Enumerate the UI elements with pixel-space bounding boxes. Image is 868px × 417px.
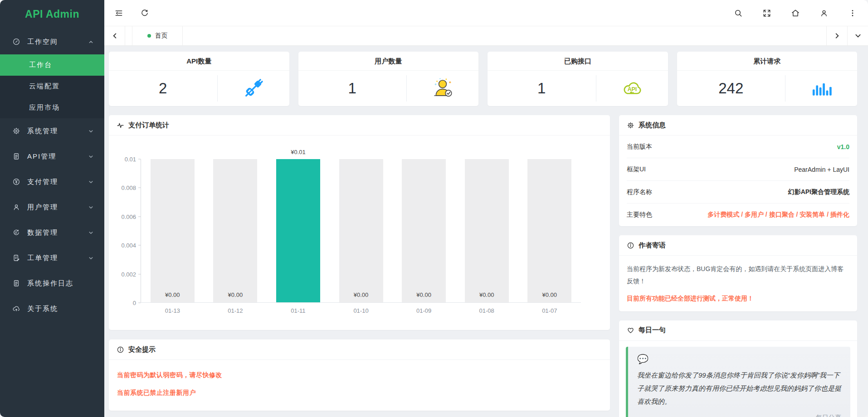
user-profile-icon[interactable] bbox=[819, 9, 829, 18]
dashboard-icon bbox=[12, 38, 20, 46]
author-note-highlight: 目前所有功能已经全部进行测试，正常使用！ bbox=[627, 295, 849, 303]
daily-quote-card: 每日一句 💬 我坐在窗边给你发了99条消息你终于肯回我了你说“发你妈啊”我一下子… bbox=[619, 320, 857, 417]
bar-background bbox=[402, 159, 446, 302]
bar-slot[interactable]: ¥0.0001-13 bbox=[141, 159, 204, 302]
chevron-down-icon bbox=[88, 230, 93, 235]
stat-card-title: 累计请求 bbox=[677, 52, 858, 71]
bar-slot[interactable]: ¥0.0001-09 bbox=[392, 159, 455, 302]
sidebar-item-api-mgmt[interactable]: API管理 bbox=[0, 144, 104, 169]
y-axis-tick: 0 bbox=[133, 300, 141, 306]
sidebar-menu: 工作空间 工作台 云端配置 应用市场 系统 bbox=[0, 28, 104, 417]
stat-card-value: 1 bbox=[488, 80, 596, 97]
tab-scroll-right-button[interactable] bbox=[826, 26, 847, 45]
tab-label: 首页 bbox=[155, 32, 168, 40]
collapse-sidebar-icon[interactable] bbox=[114, 9, 123, 18]
security-tips-card: 安全提示 当前密码为默认弱密码，请尽快修改 当前系统已禁止注册新用户 bbox=[109, 339, 610, 411]
cloud-upload-icon bbox=[12, 305, 20, 313]
y-axis-tick: 0.01 bbox=[125, 156, 141, 163]
bar-chart-icon bbox=[785, 76, 857, 101]
security-tip: 当前密码为默认弱密码，请尽快修改 bbox=[117, 371, 602, 379]
sidebar-item-workbench[interactable]: 工作台 bbox=[0, 54, 104, 76]
pulse-icon bbox=[117, 121, 124, 129]
system-info-card: 系统信息 当前版本 v1.0 框架UI PearAdmin + LayUI bbox=[619, 115, 857, 226]
page-content: API数量 2 用户数量 1 bbox=[104, 46, 868, 417]
chart-plot[interactable]: ¥0.0001-13¥0.0001-12¥0.0101-11¥0.0001-10… bbox=[141, 159, 581, 303]
x-axis-label: 01-10 bbox=[330, 307, 393, 314]
sidebar-item-data-mgmt[interactable]: 数据管理 bbox=[0, 220, 104, 245]
y-axis-tick: 0.008 bbox=[121, 184, 141, 191]
topbar bbox=[104, 0, 868, 26]
sidebar: API Admin 工作空间 工作台 云端配置 应用市场 bbox=[0, 0, 104, 417]
chevron-down-icon bbox=[88, 129, 93, 134]
stat-card-title: API数量 bbox=[109, 52, 289, 71]
user-check-icon bbox=[407, 76, 478, 101]
sidebar-item-system-mgmt[interactable]: 系统管理 bbox=[0, 118, 104, 144]
version-value: v1.0 bbox=[837, 143, 849, 150]
sidebar-item-user-mgmt[interactable]: 用户管理 bbox=[0, 194, 104, 220]
bar-slot[interactable]: ¥0.0001-08 bbox=[455, 159, 518, 302]
bar-slot[interactable]: ¥0.0101-11 bbox=[267, 159, 330, 302]
bar-slot[interactable]: ¥0.0001-10 bbox=[330, 159, 393, 302]
stat-cards-row: API数量 2 用户数量 1 bbox=[109, 52, 857, 106]
x-axis-label: 01-12 bbox=[204, 307, 267, 314]
bar-background bbox=[465, 159, 509, 302]
system-info-row: 当前版本 v1.0 bbox=[627, 136, 849, 158]
yen-circle-icon bbox=[12, 178, 20, 186]
chevron-down-icon bbox=[88, 205, 93, 210]
stat-card-api-count: API数量 2 bbox=[109, 52, 289, 106]
sidebar-item-payment-mgmt[interactable]: 支付管理 bbox=[0, 169, 104, 194]
x-axis-label: 01-11 bbox=[267, 307, 330, 314]
bar-slot[interactable]: ¥0.0001-12 bbox=[204, 159, 267, 302]
author-note-card: 作者寄语 当前程序为新发布状态，BUG肯定会有的，如遇到请在关于系统页面进入博客… bbox=[619, 235, 857, 311]
bar-data-label: ¥0.01 bbox=[267, 149, 330, 155]
speech-bubble-emoji: 💬 bbox=[637, 354, 841, 364]
sidebar-item-workspace[interactable]: 工作空间 bbox=[0, 29, 104, 54]
chart-card-title: 支付订单统计 bbox=[128, 121, 169, 130]
more-menu-icon[interactable] bbox=[848, 9, 857, 18]
bar-data-label: ¥0.00 bbox=[392, 291, 455, 298]
tab-scroll-left-button[interactable] bbox=[104, 26, 125, 45]
program-name-value: 幻影API聚合管理系统 bbox=[788, 188, 849, 196]
chevron-up-icon bbox=[88, 39, 93, 44]
tab-active-dot bbox=[147, 34, 151, 38]
main-area: 首页 API数量 2 bbox=[104, 0, 868, 417]
gear-icon bbox=[12, 127, 20, 135]
refresh-icon[interactable] bbox=[140, 9, 149, 18]
home-icon[interactable] bbox=[791, 9, 800, 18]
tab-home[interactable]: 首页 bbox=[132, 26, 183, 45]
tab-more-dropdown-button[interactable] bbox=[847, 26, 868, 45]
sidebar-item-worksheet-mgmt[interactable]: 工单管理 bbox=[0, 245, 104, 271]
sidebar-item-label: 数据管理 bbox=[27, 228, 88, 237]
stat-card-value: 2 bbox=[109, 80, 217, 97]
stat-card-title: 已购接口 bbox=[488, 52, 668, 71]
tabbar: 首页 bbox=[104, 26, 868, 46]
workspace-submenu: 工作台 云端配置 应用市场 bbox=[0, 54, 104, 118]
sidebar-item-label: 工单管理 bbox=[27, 254, 88, 262]
plug-icon bbox=[218, 76, 289, 101]
data-refresh-icon bbox=[12, 228, 20, 237]
cloud-api-icon: API bbox=[596, 76, 668, 101]
bar-data-label: ¥0.00 bbox=[204, 291, 267, 298]
framework-value: PearAdmin + LayUI bbox=[794, 166, 849, 173]
quote-text: 我坐在窗边给你发了99条消息你终于肯回我了你说“发你妈啊”我一下子就哭了原来努力… bbox=[637, 369, 841, 408]
features-value: 多计费模式 / 多用户 / 接口聚合 / 安装简单 / 插件化 bbox=[707, 211, 849, 219]
sidebar-item-label: 用户管理 bbox=[27, 203, 88, 212]
quote-source: — 每日分享 bbox=[637, 414, 841, 417]
fullscreen-icon[interactable] bbox=[762, 9, 771, 18]
sidebar-item-operation-log[interactable]: 系统操作日志 bbox=[0, 271, 104, 296]
search-icon[interactable] bbox=[734, 9, 743, 18]
bar-data-label: ¥0.00 bbox=[330, 291, 393, 298]
y-axis-tick: 0.006 bbox=[121, 213, 141, 220]
sidebar-item-about-system[interactable]: 关于系统 bbox=[0, 296, 104, 321]
stat-card-user-count: 用户数量 1 bbox=[298, 52, 479, 106]
payment-orders-chart[interactable]: 00.0020.0040.0060.0080.01 ¥0.0001-13¥0.0… bbox=[109, 136, 610, 330]
user-icon bbox=[12, 203, 20, 211]
bar-slot[interactable]: ¥0.0001-07 bbox=[518, 159, 581, 302]
sidebar-item-label: 关于系统 bbox=[27, 305, 93, 313]
sidebar-item-cloud-config[interactable]: 云端配置 bbox=[0, 76, 104, 97]
bar-value[interactable] bbox=[276, 159, 320, 302]
stat-card-value: 1 bbox=[298, 80, 407, 97]
worksheet-pencil-icon bbox=[12, 254, 20, 262]
app-window: API Admin 工作空间 工作台 云端配置 应用市场 bbox=[0, 0, 868, 417]
sidebar-item-app-market[interactable]: 应用市场 bbox=[0, 97, 104, 118]
